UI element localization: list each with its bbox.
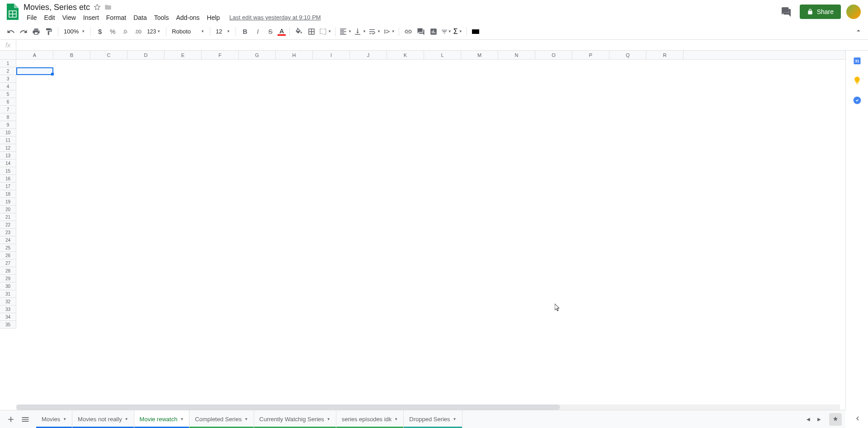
menu-file[interactable]: File [24, 13, 40, 22]
print-icon[interactable] [31, 26, 42, 37]
row-header[interactable]: 2 [0, 67, 16, 75]
font-select[interactable]: Roboto▼ [170, 28, 206, 35]
menu-help[interactable]: Help [204, 13, 223, 22]
column-header[interactable]: P [572, 51, 609, 59]
row-header[interactable]: 1 [0, 60, 16, 67]
currency-icon[interactable]: $ [94, 26, 105, 37]
menu-format[interactable]: Format [103, 13, 129, 22]
row-header[interactable]: 35 [0, 321, 16, 329]
row-header[interactable]: 8 [0, 113, 16, 121]
account-avatar[interactable] [846, 5, 861, 19]
chevron-down-icon[interactable]: ▼ [125, 417, 128, 421]
row-header[interactable]: 31 [0, 290, 16, 298]
redacted-button[interactable] [470, 26, 481, 37]
borders-icon[interactable] [306, 26, 317, 37]
row-header[interactable]: 34 [0, 313, 16, 321]
chevron-down-icon[interactable]: ▼ [63, 417, 66, 421]
row-header[interactable]: 10 [0, 129, 16, 136]
increase-decimal-icon[interactable]: .00 [132, 26, 143, 37]
menu-data[interactable]: Data [130, 13, 150, 22]
share-button[interactable]: Share [800, 5, 841, 19]
row-header[interactable]: 24 [0, 236, 16, 244]
text-rotation-button[interactable]: ▼ [382, 28, 395, 36]
merge-cells-button[interactable]: ▼ [319, 28, 331, 36]
column-header[interactable]: A [16, 51, 53, 59]
chevron-down-icon[interactable]: ▼ [327, 417, 330, 421]
row-header[interactable]: 33 [0, 306, 16, 313]
insert-comment-icon[interactable] [415, 26, 426, 37]
tab-scroll-right-icon[interactable]: ▶ [815, 415, 824, 424]
chevron-down-icon[interactable]: ▼ [180, 417, 184, 421]
all-sheets-icon[interactable] [18, 412, 33, 427]
functions-button[interactable]: Σ▼ [453, 28, 462, 36]
row-header[interactable]: 23 [0, 229, 16, 236]
italic-icon[interactable]: I [252, 26, 263, 37]
row-header[interactable]: 15 [0, 167, 16, 175]
row-header[interactable]: 16 [0, 175, 16, 183]
strikethrough-icon[interactable]: S [265, 26, 276, 37]
text-color-button[interactable]: A [278, 28, 286, 36]
formula-input[interactable] [16, 42, 868, 48]
column-header[interactable]: F [202, 51, 239, 59]
row-header[interactable]: 18 [0, 190, 16, 198]
side-panel-toggle-icon[interactable] [854, 414, 862, 424]
percent-icon[interactable]: % [107, 26, 118, 37]
cell-selection[interactable] [16, 67, 53, 75]
row-header[interactable]: 6 [0, 98, 16, 106]
sheet-tab[interactable]: Movies not really▼ [72, 410, 134, 428]
sheets-logo-icon[interactable] [4, 3, 22, 21]
scrollbar-thumb[interactable] [16, 404, 560, 410]
more-formats-button[interactable]: 123▼ [145, 28, 162, 35]
row-header[interactable]: 22 [0, 221, 16, 229]
chevron-down-icon[interactable]: ▼ [394, 417, 398, 421]
comments-icon[interactable] [778, 4, 794, 20]
vertical-align-button[interactable]: ▼ [354, 28, 366, 36]
sheet-tab[interactable]: Movies▼ [36, 410, 72, 428]
column-header[interactable]: M [461, 51, 498, 59]
row-header[interactable]: 3 [0, 75, 16, 83]
tasks-icon[interactable] [853, 96, 862, 105]
bold-icon[interactable]: B [240, 26, 250, 37]
column-header[interactable]: G [239, 51, 276, 59]
row-header[interactable]: 14 [0, 160, 16, 167]
column-header[interactable]: Q [609, 51, 646, 59]
menu-tools[interactable]: Tools [151, 13, 172, 22]
keep-icon[interactable] [853, 76, 862, 85]
row-header[interactable]: 13 [0, 152, 16, 160]
column-header[interactable]: L [424, 51, 461, 59]
move-folder-icon[interactable] [104, 4, 112, 11]
last-edit-link[interactable]: Last edit was yesterday at 9:10 PM [229, 14, 321, 21]
fill-color-icon[interactable] [293, 26, 304, 37]
menu-view[interactable]: View [59, 13, 79, 22]
column-header[interactable]: D [127, 51, 165, 59]
column-header[interactable]: I [313, 51, 350, 59]
cells-area[interactable] [16, 60, 845, 329]
text-wrap-button[interactable]: ▼ [368, 28, 381, 36]
column-header[interactable]: N [498, 51, 535, 59]
column-header[interactable]: R [646, 51, 684, 59]
doc-title[interactable]: Movies, Series etc [24, 3, 90, 12]
row-header[interactable]: 20 [0, 206, 16, 213]
column-header[interactable]: B [53, 51, 90, 59]
column-header[interactable]: C [90, 51, 127, 59]
insert-chart-icon[interactable] [428, 26, 439, 37]
horizontal-scrollbar[interactable] [16, 404, 840, 410]
sheet-tab[interactable]: Dropped Series▼ [404, 410, 462, 428]
row-header[interactable]: 19 [0, 198, 16, 206]
row-header[interactable]: 21 [0, 213, 16, 221]
collapse-toolbar-icon[interactable] [854, 27, 863, 37]
explore-button[interactable] [829, 413, 842, 426]
sheet-tab[interactable]: Currently Watchig Series▼ [254, 410, 336, 428]
row-header[interactable]: 28 [0, 267, 16, 275]
column-header[interactable]: O [535, 51, 572, 59]
sheet-tab[interactable]: Movie rewatch▼ [134, 410, 190, 428]
decrease-decimal-icon[interactable]: .0↓ [120, 26, 131, 37]
row-header[interactable]: 11 [0, 136, 16, 144]
row-header[interactable]: 7 [0, 106, 16, 113]
add-sheet-icon[interactable] [4, 412, 18, 427]
row-header[interactable]: 30 [0, 282, 16, 290]
fx-label[interactable]: fx [0, 40, 16, 50]
column-header[interactable]: J [350, 51, 387, 59]
row-header[interactable]: 32 [0, 298, 16, 306]
sheet-tab[interactable]: series episodes idk▼ [336, 410, 404, 428]
